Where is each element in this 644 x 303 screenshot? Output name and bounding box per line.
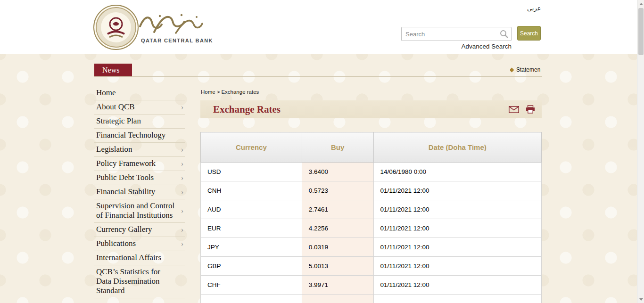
sidebar-item-public-debt-tools[interactable]: Public Debt Tools› [94, 171, 185, 185]
page-title: Exchange Rates [213, 104, 509, 115]
cell-date: 01/11/2021 12:00 [373, 238, 541, 257]
column-header-buy: Buy [302, 132, 373, 163]
search-button[interactable]: Search [517, 26, 541, 41]
sidebar-item-label: Public Debt Tools [96, 173, 154, 182]
sidebar-item-financial-technology[interactable]: Financial Technology [94, 129, 185, 143]
sidebar-item-label: Policy Framework [96, 159, 156, 168]
cell-buy: 0.0319 [302, 238, 373, 257]
scrollbar-up-button[interactable] [637, 0, 644, 8]
arrow-down-icon [639, 298, 643, 301]
scrollbar-thumb[interactable] [638, 8, 644, 55]
vertical-scrollbar [637, 0, 644, 303]
sidebar-item-qcb-statistics[interactable]: QCB’s Statistics for Data Dissemination … [94, 265, 185, 298]
cell-buy: 2.7461 [302, 200, 373, 219]
table-row: USD 3.6400 14/06/1980 0:00 [201, 163, 542, 181]
sidebar-item-about-qcb[interactable]: About QCB› [94, 100, 185, 115]
cell-date: 14/06/1980 0:00 [373, 163, 541, 181]
chevron-right-icon: › [181, 188, 183, 196]
chevron-right-icon: › [181, 146, 183, 154]
cell-currency [201, 295, 302, 303]
cell-date: 01/11/2021 12:00 [373, 181, 541, 200]
sidebar-item-financial-stability[interactable]: Financial Stability› [94, 185, 185, 199]
cell-date [373, 295, 541, 303]
print-icon[interactable] [526, 105, 535, 114]
breadcrumb-home-link[interactable]: Home [201, 89, 215, 95]
sidebar-item-international-affairs[interactable]: International Affairs [94, 251, 185, 265]
chevron-right-icon: › [181, 174, 183, 182]
chevron-right-icon: › [181, 160, 183, 168]
scrollbar-down-button[interactable] [637, 295, 644, 303]
qcb-logo[interactable]: QATAR CENTRAL BANK [92, 4, 208, 52]
breadcrumb-current: Exchange rates [221, 89, 259, 95]
news-divider [94, 76, 542, 77]
cell-buy: 3.6400 [302, 163, 373, 181]
advanced-search-link[interactable]: Advanced Search [459, 43, 512, 50]
sidebar-item-label: Publications [96, 239, 136, 248]
sidebar-nav: Home About QCB› Strategic Plan Financial… [94, 86, 185, 298]
table-row-partial [201, 295, 542, 303]
sidebar-item-supervision[interactable]: Supervision and Control of Financial Ins… [94, 199, 185, 223]
sidebar-item-label: Home [96, 88, 116, 97]
cell-currency: GBP [201, 257, 302, 276]
page-title-bar: Exchange Rates [200, 100, 542, 118]
sidebar-item-label: International Affairs [96, 253, 161, 262]
sidebar-item-home[interactable]: Home [94, 86, 185, 100]
news-section-label: News [94, 64, 132, 77]
cell-buy: 5.0013 [302, 257, 373, 276]
sidebar-item-label: Strategic Plan [96, 116, 141, 125]
cell-date: 01/11/2021 12:00 [373, 219, 541, 238]
table-row: JPY 0.0319 01/11/2021 12:00 [201, 238, 542, 257]
cell-buy [302, 295, 373, 303]
arabic-language-link[interactable]: عربى [527, 5, 541, 12]
cell-buy: 3.9971 [302, 276, 373, 295]
cell-currency: JPY [201, 238, 302, 257]
sidebar-item-policy-framework[interactable]: Policy Framework› [94, 157, 185, 171]
cell-currency: EUR [201, 219, 302, 238]
breadcrumb-separator: > [217, 89, 220, 95]
breadcrumb: Home>Exchange rates [201, 89, 259, 95]
sidebar-item-label: Supervision and Control of Financial Ins… [96, 201, 174, 220]
chevron-right-icon: › [181, 240, 183, 248]
sidebar-item-label: Currency Gallery [96, 225, 152, 234]
sidebar-item-label: About QCB [96, 102, 135, 111]
sidebar-item-publications[interactable]: Publications› [94, 237, 185, 251]
logo-calligraphy-icon [138, 10, 204, 40]
exchange-rates-table: Currency Buy Date (Doha Time) USD 3.6400… [200, 132, 542, 303]
chevron-right-icon: › [181, 226, 183, 234]
table-row: EUR 4.2256 01/11/2021 12:00 [201, 219, 542, 238]
search-magnifier-icon[interactable] [500, 30, 508, 38]
arrow-up-icon [639, 3, 643, 5]
news-ticker-item[interactable]: Statemen [516, 66, 540, 73]
search-input[interactable] [402, 28, 500, 40]
cell-date: 01/11/2021 12:00 [373, 276, 541, 295]
cell-buy: 4.2256 [302, 219, 373, 238]
sidebar-item-strategic-plan[interactable]: Strategic Plan [94, 115, 185, 129]
cell-currency: CHF [201, 276, 302, 295]
cell-currency: AUD [201, 200, 302, 219]
table-row: AUD 2.7461 01/11/2021 12:00 [201, 200, 542, 219]
qcb-emblem-icon [104, 14, 128, 41]
table-row: CHF 3.9971 01/11/2021 12:00 [201, 276, 542, 295]
column-header-date: Date (Doha Time) [373, 132, 541, 163]
chevron-right-icon: › [181, 104, 183, 111]
sidebar-item-legislation[interactable]: Legislation› [94, 143, 185, 157]
sidebar-item-label: Financial Stability [96, 187, 155, 196]
table-row: CNH 0.5723 01/11/2021 12:00 [201, 181, 542, 200]
chevron-right-icon: › [181, 207, 183, 215]
bank-name-text: QATAR CENTRAL BANK [141, 38, 213, 43]
page: عربى QATAR CENTRAL BANK [0, 0, 644, 303]
cell-buy: 0.5723 [302, 181, 373, 200]
sidebar-item-currency-gallery[interactable]: Currency Gallery› [94, 223, 185, 237]
sidebar-item-label: QCB’s Statistics for Data Dissemination … [96, 267, 160, 295]
cell-date: 01/11/2021 12:00 [373, 257, 541, 276]
diamond-bullet-icon [510, 67, 514, 72]
search-box [401, 27, 512, 41]
sidebar-item-label: Legislation [96, 145, 132, 154]
email-icon[interactable] [509, 106, 519, 113]
table-row: GBP 5.0013 01/11/2021 12:00 [201, 257, 542, 276]
news-ticker: Statemen [510, 66, 542, 74]
cell-currency: CNH [201, 181, 302, 200]
sidebar-item-label: Financial Technology [96, 131, 165, 139]
cell-currency: USD [201, 163, 302, 181]
table-header-row: Currency Buy Date (Doha Time) [201, 132, 542, 163]
